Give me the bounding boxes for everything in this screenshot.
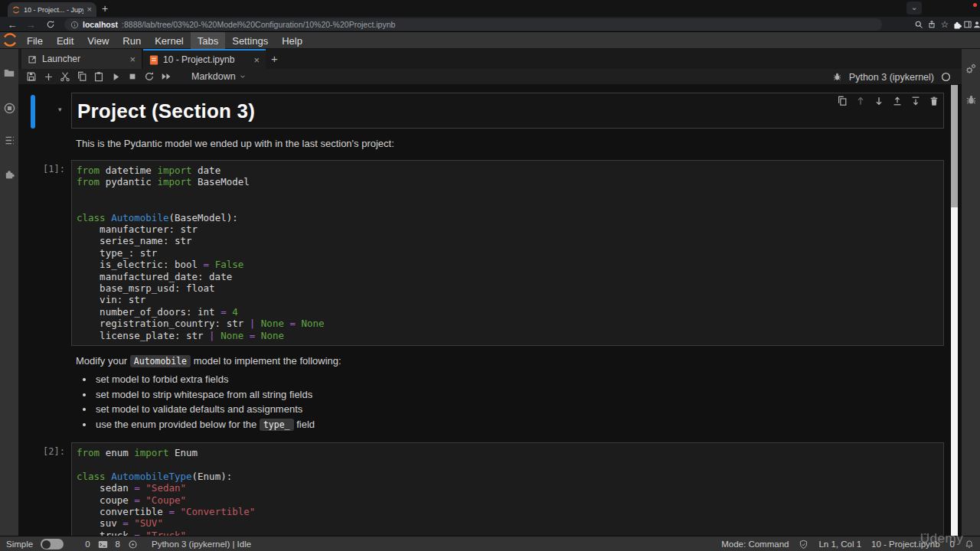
menu-item-settings[interactable]: Settings bbox=[225, 32, 275, 49]
restart-kernel-button[interactable] bbox=[141, 69, 158, 84]
add-cell-button[interactable] bbox=[40, 69, 57, 84]
menu-item-kernel[interactable]: Kernel bbox=[148, 32, 191, 49]
insert-cell-above-button[interactable] bbox=[890, 94, 903, 107]
list-item: use the enum provided below for the type… bbox=[94, 419, 951, 430]
code-editor[interactable]: from datetime import datefrom pydantic i… bbox=[71, 160, 944, 346]
move-cell-down-button[interactable] bbox=[872, 94, 885, 107]
menu-item-view[interactable]: View bbox=[80, 32, 116, 49]
add-tab-button[interactable]: + bbox=[271, 52, 278, 65]
browser-tab-title: 10 - Project... - JupyterLab bbox=[24, 6, 83, 14]
tab-overflow-chevron-icon[interactable]: ⌄ bbox=[906, 2, 922, 15]
cell-type-dropdown[interactable]: Markdown bbox=[191, 71, 247, 82]
bell-icon[interactable] bbox=[965, 540, 974, 549]
markdown-bullet-list: set model to forbid extra fieldsset mode… bbox=[94, 373, 951, 430]
list-item: set model to strip whitespace from all s… bbox=[94, 389, 951, 400]
markdown-paragraph: Modify your Automobile model to implemen… bbox=[76, 355, 951, 367]
code-line: from pydantic import BaseModel bbox=[77, 176, 943, 187]
stop-icon bbox=[128, 72, 137, 81]
sidebar-item-debugger[interactable] bbox=[962, 84, 980, 115]
markdown-cell-heading[interactable]: ▾ Project (Section 3) bbox=[18, 93, 951, 129]
bug-icon[interactable] bbox=[832, 72, 842, 82]
vertical-scrollbar-thumb[interactable] bbox=[951, 85, 958, 207]
move-cell-up-button[interactable] bbox=[854, 94, 867, 107]
run-cell-button[interactable] bbox=[107, 69, 124, 84]
list-item: set model to forbid extra fields bbox=[94, 373, 951, 385]
recording-indicator-dot bbox=[973, 3, 977, 7]
trust-shield-icon[interactable] bbox=[799, 540, 808, 549]
url-bar[interactable]: localhost:8888/lab/tree/03%20-%20Model%2… bbox=[64, 18, 882, 31]
share-button[interactable] bbox=[926, 17, 938, 32]
code-line: coupe = "Coupe" bbox=[77, 494, 943, 506]
new-tab-button[interactable]: + bbox=[102, 2, 108, 15]
code-line: class AutomobileType(Enum): bbox=[77, 471, 943, 482]
person-icon bbox=[972, 20, 980, 29]
browser-navbar: ← → localhost:8888/lab/tree/03%20-%20Mod… bbox=[0, 17, 980, 32]
menu-item-run[interactable]: Run bbox=[116, 32, 148, 49]
browser-tab-strip: 10 - Project... - JupyterLab × + ⌄ bbox=[0, 0, 980, 17]
reload-button[interactable] bbox=[43, 17, 58, 32]
code-cell-1[interactable]: [1]: from datetime import datefrom pydan… bbox=[18, 160, 951, 346]
delete-cell-button[interactable] bbox=[927, 94, 940, 107]
sidebar-item-property-inspector[interactable] bbox=[962, 54, 980, 84]
side-panel-button[interactable] bbox=[962, 17, 973, 32]
cell-collapser-bar[interactable] bbox=[31, 95, 35, 129]
code-cell-2[interactable]: [2]: from enum import Enum class Automob… bbox=[18, 442, 951, 536]
sidebar-item-running[interactable] bbox=[0, 95, 18, 121]
jupyterlab-menubar: FileEditViewRunKernelTabsSettingsHelp bbox=[0, 32, 980, 49]
vertical-scrollbar-track[interactable] bbox=[951, 85, 958, 536]
terminal-icon[interactable] bbox=[98, 540, 108, 549]
tab-close-icon[interactable]: × bbox=[253, 54, 260, 66]
kernel-name: Python 3 (ipykernel) bbox=[849, 72, 934, 83]
extensions-button[interactable] bbox=[951, 17, 963, 32]
browser-tab-close-icon[interactable]: × bbox=[87, 5, 92, 14]
duplicate-icon bbox=[837, 96, 848, 106]
sidebar-item-files[interactable] bbox=[0, 60, 18, 86]
interrupt-kernel-button[interactable] bbox=[124, 69, 141, 84]
cut-cell-button[interactable] bbox=[57, 69, 74, 84]
simple-mode-toggle[interactable] bbox=[41, 539, 64, 549]
forward-button[interactable]: → bbox=[23, 17, 38, 32]
profile-avatar[interactable] bbox=[972, 17, 980, 32]
code-line: manufacturer: str bbox=[77, 223, 943, 235]
copy-cell-button[interactable] bbox=[74, 69, 90, 84]
menu-item-file[interactable]: File bbox=[20, 32, 50, 49]
code-line: class Automobile(BaseModel): bbox=[77, 212, 943, 223]
cursor-position[interactable]: Ln 1, Col 1 bbox=[818, 540, 861, 549]
code-line bbox=[77, 458, 943, 470]
heading-collapse-chevron-icon[interactable]: ▾ bbox=[58, 106, 62, 113]
tab-launcher[interactable]: Launcher × bbox=[21, 49, 142, 69]
tab-close-icon[interactable]: × bbox=[129, 54, 136, 65]
duplicate-cell-button[interactable] bbox=[835, 94, 848, 107]
back-button[interactable]: ← bbox=[5, 17, 20, 32]
code-editor[interactable]: from enum import Enum class AutomobileTy… bbox=[71, 442, 944, 536]
zoom-button[interactable] bbox=[913, 17, 925, 32]
markdown-paragraph: This is the Pydantic model we ended up w… bbox=[76, 138, 951, 149]
cell-prompt: [1]: bbox=[18, 160, 71, 174]
menu-item-edit[interactable]: Edit bbox=[50, 32, 80, 49]
markdown-cell-box[interactable]: Project (Section 3) bbox=[71, 93, 944, 129]
sidebar-item-toc[interactable] bbox=[0, 127, 18, 153]
copy-icon bbox=[77, 71, 87, 82]
puzzle-icon bbox=[952, 20, 962, 30]
kernel-sessions-icon[interactable] bbox=[128, 540, 138, 549]
kernel-indicator[interactable]: Python 3 (ipykernel) bbox=[832, 69, 951, 85]
menu-item-help[interactable]: Help bbox=[275, 32, 309, 49]
tab-notebook[interactable]: 10 - Project.ipynb × bbox=[143, 49, 266, 69]
terminal-count[interactable]: 0 bbox=[85, 540, 90, 549]
kernel-count[interactable]: 8 bbox=[116, 540, 120, 549]
insert-cell-below-button[interactable] bbox=[909, 94, 922, 107]
paste-cell-button[interactable] bbox=[90, 69, 107, 84]
restart-run-all-button[interactable] bbox=[158, 69, 175, 84]
paste-icon bbox=[93, 71, 104, 82]
restart-icon bbox=[144, 71, 155, 82]
notebook-scroll-area[interactable]: ▾ Project (Section 3) bbox=[18, 85, 951, 536]
arrow-down-icon bbox=[874, 96, 884, 106]
sidebar-item-extensions[interactable] bbox=[0, 161, 18, 187]
browser-tab[interactable]: 10 - Project... - JupyterLab × bbox=[8, 2, 96, 17]
kernel-status-text[interactable]: Python 3 (ipykernel) | Idle bbox=[152, 540, 251, 549]
mode-indicator[interactable]: Mode: Command bbox=[721, 540, 789, 549]
bookmark-star-icon[interactable]: ☆ bbox=[939, 17, 951, 32]
save-button[interactable] bbox=[23, 69, 40, 84]
site-info-icon[interactable] bbox=[70, 21, 79, 29]
menu-item-tabs[interactable]: Tabs bbox=[191, 32, 225, 49]
